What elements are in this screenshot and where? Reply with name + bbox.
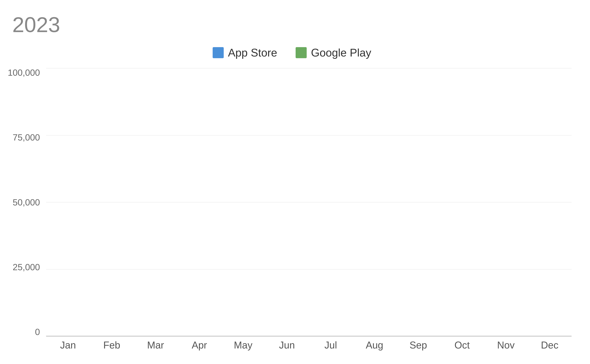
x-label-group-jul: Jul	[309, 336, 353, 352]
x-label-group-apr: Apr	[178, 336, 221, 352]
google-play-label: Google Play	[311, 46, 371, 59]
x-label-group-mar: Mar	[134, 336, 178, 352]
bars-row	[46, 68, 571, 336]
legend-app-store: App Store	[213, 46, 277, 59]
app-store-label: App Store	[228, 46, 277, 59]
y-axis: 025,00050,00075,000100,000	[12, 68, 46, 352]
x-label-group-may: May	[221, 336, 265, 352]
x-label-group-sep: Sep	[396, 336, 440, 352]
chart-title: 2023	[12, 12, 571, 37]
x-label-aug: Aug	[366, 336, 383, 351]
chart-area: 025,00050,00075,000100,000 JanFebMarAprM…	[12, 68, 571, 352]
legend: App Store Google Play	[12, 46, 571, 59]
y-label-3: 75,000	[13, 133, 40, 142]
x-label-oct: Oct	[454, 336, 470, 351]
x-label-jan: Jan	[60, 336, 76, 351]
x-label-mar: Mar	[147, 336, 164, 351]
x-label-nov: Nov	[497, 336, 515, 351]
x-label-group-aug: Aug	[353, 336, 396, 352]
app-store-swatch	[213, 47, 224, 58]
legend-google-play: Google Play	[296, 46, 371, 59]
x-label-sep: Sep	[410, 336, 427, 351]
x-label-group-jun: Jun	[265, 336, 309, 352]
chart-container: App Store Google Play 025,00050,00075,00…	[12, 46, 571, 352]
x-label-group-nov: Nov	[484, 336, 528, 352]
x-label-jul: Jul	[325, 336, 337, 351]
x-axis-labels: JanFebMarAprMayJunJulAugSepOctNovDec	[46, 336, 571, 352]
x-label-group-dec: Dec	[528, 336, 571, 352]
x-label-may: May	[234, 336, 252, 351]
y-label-4: 100,000	[8, 68, 40, 77]
y-label-2: 50,000	[13, 198, 40, 207]
x-label-apr: Apr	[192, 336, 207, 351]
y-label-1: 25,000	[13, 263, 40, 272]
plot-area: JanFebMarAprMayJunJulAugSepOctNovDec	[46, 68, 571, 352]
y-label-0: 0	[35, 327, 40, 336]
x-label-feb: Feb	[103, 336, 120, 351]
google-play-swatch	[296, 47, 307, 58]
x-label-jun: Jun	[279, 336, 295, 351]
x-label-dec: Dec	[541, 336, 558, 351]
x-label-group-oct: Oct	[440, 336, 484, 352]
x-label-group-jan: Jan	[46, 336, 90, 352]
x-label-group-feb: Feb	[90, 336, 134, 352]
